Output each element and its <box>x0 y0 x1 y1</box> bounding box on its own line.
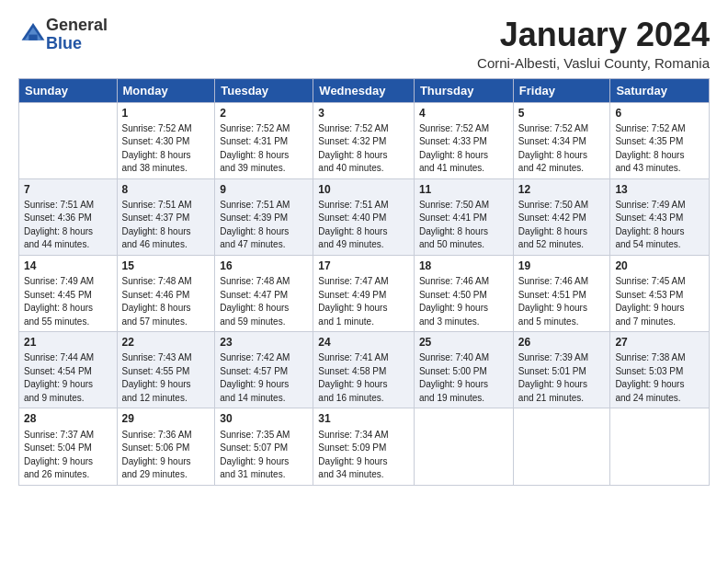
calendar-cell: 20Sunrise: 7:45 AM Sunset: 4:53 PM Dayli… <box>610 255 710 331</box>
day-info: Sunrise: 7:40 AM Sunset: 5:00 PM Dayligh… <box>419 352 489 403</box>
day-number: 16 <box>220 259 308 273</box>
page: General Blue January 2024 Corni-Albesti,… <box>0 0 728 563</box>
calendar-week-row: 21Sunrise: 7:44 AM Sunset: 4:54 PM Dayli… <box>19 332 710 408</box>
weekday-header: Wednesday <box>313 78 415 102</box>
calendar-cell: 12Sunrise: 7:50 AM Sunset: 4:42 PM Dayli… <box>513 178 610 255</box>
day-info: Sunrise: 7:52 AM Sunset: 4:32 PM Dayligh… <box>318 123 388 174</box>
day-info: Sunrise: 7:49 AM Sunset: 4:43 PM Dayligh… <box>615 200 685 250</box>
calendar-table: SundayMondayTuesdayWednesdayThursdayFrid… <box>18 78 710 486</box>
calendar-cell: 2Sunrise: 7:52 AM Sunset: 4:31 PM Daylig… <box>215 102 313 178</box>
calendar-week-row: 28Sunrise: 7:37 AM Sunset: 5:04 PM Dayli… <box>19 408 710 485</box>
header: General Blue January 2024 Corni-Albesti,… <box>18 17 710 71</box>
day-number: 7 <box>24 182 112 197</box>
day-number: 28 <box>24 411 112 426</box>
calendar-cell: 22Sunrise: 7:43 AM Sunset: 4:55 PM Dayli… <box>117 332 215 408</box>
day-info: Sunrise: 7:51 AM Sunset: 4:36 PM Dayligh… <box>24 200 94 250</box>
day-number: 3 <box>318 106 409 121</box>
day-number: 4 <box>419 106 508 121</box>
calendar-cell: 6Sunrise: 7:52 AM Sunset: 4:35 PM Daylig… <box>610 102 710 178</box>
logo-icon <box>20 20 46 46</box>
weekday-header: Friday <box>513 78 610 102</box>
day-info: Sunrise: 7:52 AM Sunset: 4:34 PM Dayligh… <box>518 123 588 174</box>
day-info: Sunrise: 7:47 AM Sunset: 4:49 PM Dayligh… <box>318 276 388 327</box>
day-info: Sunrise: 7:38 AM Sunset: 5:03 PM Dayligh… <box>615 352 685 403</box>
calendar-cell: 21Sunrise: 7:44 AM Sunset: 4:54 PM Dayli… <box>19 332 118 408</box>
calendar-cell: 23Sunrise: 7:42 AM Sunset: 4:57 PM Dayli… <box>215 332 313 408</box>
calendar-cell: 7Sunrise: 7:51 AM Sunset: 4:36 PM Daylig… <box>19 178 118 255</box>
calendar-cell: 4Sunrise: 7:52 AM Sunset: 4:33 PM Daylig… <box>414 102 513 178</box>
title-block: January 2024 Corni-Albesti, Vaslui Count… <box>477 17 710 71</box>
day-number: 15 <box>122 259 210 273</box>
day-number: 26 <box>518 335 606 350</box>
calendar-cell <box>19 102 118 178</box>
svg-rect-2 <box>28 34 37 40</box>
location: Corni-Albesti, Vaslui County, Romania <box>477 55 710 71</box>
day-info: Sunrise: 7:48 AM Sunset: 4:46 PM Dayligh… <box>122 276 192 327</box>
day-info: Sunrise: 7:52 AM Sunset: 4:31 PM Dayligh… <box>220 123 290 174</box>
day-info: Sunrise: 7:51 AM Sunset: 4:40 PM Dayligh… <box>318 200 388 250</box>
day-info: Sunrise: 7:39 AM Sunset: 5:01 PM Dayligh… <box>518 352 588 403</box>
calendar-cell: 26Sunrise: 7:39 AM Sunset: 5:01 PM Dayli… <box>513 332 610 408</box>
day-number: 8 <box>122 182 210 197</box>
day-info: Sunrise: 7:34 AM Sunset: 5:09 PM Dayligh… <box>318 430 388 480</box>
day-info: Sunrise: 7:37 AM Sunset: 5:04 PM Dayligh… <box>24 430 94 480</box>
day-number: 9 <box>220 182 308 197</box>
calendar-cell: 29Sunrise: 7:36 AM Sunset: 5:06 PM Dayli… <box>117 408 215 485</box>
day-number: 24 <box>318 335 409 350</box>
calendar-cell: 17Sunrise: 7:47 AM Sunset: 4:49 PM Dayli… <box>313 255 415 331</box>
weekday-header: Saturday <box>610 78 710 102</box>
day-info: Sunrise: 7:48 AM Sunset: 4:47 PM Dayligh… <box>220 276 290 327</box>
day-number: 1 <box>122 106 210 121</box>
calendar-cell <box>513 408 610 485</box>
calendar-cell <box>610 408 710 485</box>
weekday-header: Tuesday <box>215 78 313 102</box>
day-info: Sunrise: 7:42 AM Sunset: 4:57 PM Dayligh… <box>220 352 290 403</box>
calendar-week-row: 14Sunrise: 7:49 AM Sunset: 4:45 PM Dayli… <box>19 255 710 331</box>
day-number: 22 <box>122 335 210 350</box>
day-number: 5 <box>518 106 606 121</box>
day-info: Sunrise: 7:51 AM Sunset: 4:39 PM Dayligh… <box>220 200 290 250</box>
day-info: Sunrise: 7:43 AM Sunset: 4:55 PM Dayligh… <box>122 352 192 403</box>
weekday-header: Monday <box>117 78 215 102</box>
day-number: 25 <box>419 335 508 350</box>
logo-text: General Blue <box>46 17 108 53</box>
day-info: Sunrise: 7:52 AM Sunset: 4:35 PM Dayligh… <box>615 123 685 174</box>
day-number: 30 <box>220 411 308 426</box>
weekday-header-row: SundayMondayTuesdayWednesdayThursdayFrid… <box>19 78 710 102</box>
calendar-cell: 13Sunrise: 7:49 AM Sunset: 4:43 PM Dayli… <box>610 178 710 255</box>
calendar-cell: 14Sunrise: 7:49 AM Sunset: 4:45 PM Dayli… <box>19 255 118 331</box>
calendar-week-row: 1Sunrise: 7:52 AM Sunset: 4:30 PM Daylig… <box>19 102 710 178</box>
calendar-cell: 18Sunrise: 7:46 AM Sunset: 4:50 PM Dayli… <box>414 255 513 331</box>
day-number: 19 <box>518 259 606 273</box>
day-info: Sunrise: 7:35 AM Sunset: 5:07 PM Dayligh… <box>220 430 290 480</box>
logo: General Blue <box>18 17 108 53</box>
weekday-header: Thursday <box>414 78 513 102</box>
weekday-header: Sunday <box>19 78 118 102</box>
day-info: Sunrise: 7:36 AM Sunset: 5:06 PM Dayligh… <box>122 430 192 480</box>
day-number: 11 <box>419 182 508 197</box>
day-info: Sunrise: 7:46 AM Sunset: 4:50 PM Dayligh… <box>419 276 489 327</box>
calendar-cell: 3Sunrise: 7:52 AM Sunset: 4:32 PM Daylig… <box>313 102 415 178</box>
day-info: Sunrise: 7:49 AM Sunset: 4:45 PM Dayligh… <box>24 276 94 327</box>
day-number: 14 <box>24 259 112 273</box>
day-info: Sunrise: 7:50 AM Sunset: 4:41 PM Dayligh… <box>419 200 489 250</box>
calendar-cell: 27Sunrise: 7:38 AM Sunset: 5:03 PM Dayli… <box>610 332 710 408</box>
calendar-cell <box>414 408 513 485</box>
day-number: 17 <box>318 259 409 273</box>
logo-general: General <box>46 16 108 34</box>
day-info: Sunrise: 7:52 AM Sunset: 4:30 PM Dayligh… <box>122 123 192 174</box>
calendar-cell: 15Sunrise: 7:48 AM Sunset: 4:46 PM Dayli… <box>117 255 215 331</box>
day-number: 2 <box>220 106 308 121</box>
day-number: 10 <box>318 182 409 197</box>
calendar-cell: 8Sunrise: 7:51 AM Sunset: 4:37 PM Daylig… <box>117 178 215 255</box>
day-info: Sunrise: 7:46 AM Sunset: 4:51 PM Dayligh… <box>518 276 588 327</box>
calendar-cell: 31Sunrise: 7:34 AM Sunset: 5:09 PM Dayli… <box>313 408 415 485</box>
day-info: Sunrise: 7:41 AM Sunset: 4:58 PM Dayligh… <box>318 352 388 403</box>
calendar-cell: 9Sunrise: 7:51 AM Sunset: 4:39 PM Daylig… <box>215 178 313 255</box>
calendar-week-row: 7Sunrise: 7:51 AM Sunset: 4:36 PM Daylig… <box>19 178 710 255</box>
calendar-cell: 11Sunrise: 7:50 AM Sunset: 4:41 PM Dayli… <box>414 178 513 255</box>
day-number: 23 <box>220 335 308 350</box>
day-info: Sunrise: 7:52 AM Sunset: 4:33 PM Dayligh… <box>419 123 489 174</box>
calendar-cell: 1Sunrise: 7:52 AM Sunset: 4:30 PM Daylig… <box>117 102 215 178</box>
day-number: 18 <box>419 259 508 273</box>
